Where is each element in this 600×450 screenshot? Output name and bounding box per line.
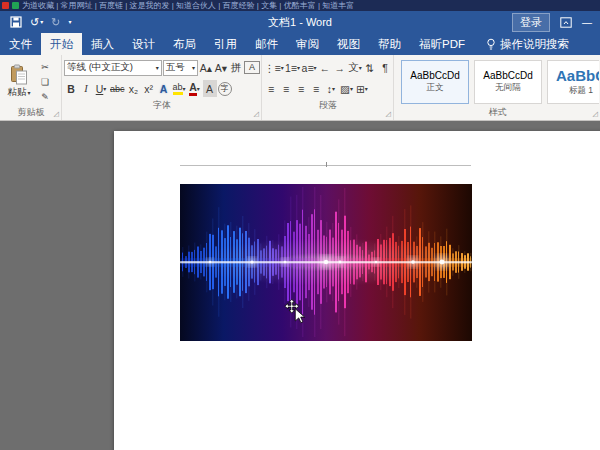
numbering-button[interactable]: 1≡ ▾ [285, 59, 301, 76]
tab-file[interactable]: 文件 [0, 33, 41, 55]
bold-button[interactable]: B [64, 80, 78, 97]
decrease-indent-button[interactable]: ← [318, 59, 332, 76]
ribbon: 粘贴 ▾ ✂ ❏ ✎ 剪贴板 ◿ 等线 (中文正文) ▾ [0, 55, 600, 121]
style-normal[interactable]: AaBbCcDd 正文 [401, 60, 469, 104]
numbering-icon: 1≡ [285, 62, 297, 74]
qat-customize-button[interactable]: ▾ [68, 19, 71, 25]
borders-dropdown-icon: ▾ [365, 86, 368, 92]
style-heading-1-sample: AaBbC [556, 67, 599, 84]
paragraph-group-label: 段落 [264, 99, 392, 113]
paragraph-row-1: ⋮≡ ▾ 1≡ ▾ a≡ ▾ ← → 文 ▾ ⇅ ¶ [264, 57, 392, 78]
show-hide-marks-button[interactable]: ¶ [378, 59, 392, 76]
asian-layout-dropdown-icon: ▾ [359, 65, 362, 71]
multilevel-list-icon: a≡ [302, 62, 314, 74]
increase-indent-button[interactable]: → [333, 59, 347, 76]
tell-me-search[interactable]: 操作说明搜索 [478, 33, 577, 55]
save-button[interactable] [10, 16, 22, 28]
tab-insert[interactable]: 插入 [82, 33, 123, 55]
superscript-button[interactable]: x² [142, 80, 156, 97]
style-normal-name: 正文 [427, 82, 444, 94]
justify-button[interactable]: ≡ [309, 80, 323, 97]
line-spacing-button[interactable]: ↕ ▾ [324, 80, 338, 97]
underline-button[interactable]: U ▾ [94, 80, 108, 97]
format-painter-button[interactable]: ✎ [38, 90, 52, 103]
bullets-button[interactable]: ⋮≡ ▾ [264, 59, 284, 76]
minimize-button[interactable]: — [582, 17, 592, 28]
tab-help[interactable]: 帮助 [369, 33, 410, 55]
bookmark-icon [2, 2, 9, 9]
align-left-button[interactable]: ≡ [264, 80, 278, 97]
character-shading-button[interactable]: A [203, 80, 217, 97]
paragraph-row-2: ≡ ≡ ≡ ≡ ↕ ▾ ▨ ▾ ⊞ ▾ [264, 78, 392, 99]
font-size-select[interactable]: 五号 ▾ [163, 60, 198, 76]
styles-dialog-launcher[interactable]: ◿ [593, 110, 598, 117]
multilevel-list-button[interactable]: a≡ ▾ [301, 59, 317, 76]
undo-dropdown-icon: ▾ [40, 19, 43, 25]
shrink-font-button[interactable]: A▾ [214, 59, 228, 76]
font-dialog-launcher[interactable]: ◿ [254, 110, 259, 117]
style-heading-1[interactable]: AaBbC 标题 1 [547, 60, 599, 104]
strikethrough-button[interactable]: abc [109, 80, 126, 97]
title-bar: ↺ ▾ ↻ ▾ 文档1 - Word 登录 — [0, 11, 600, 33]
waveform-image[interactable] [180, 184, 472, 341]
tab-design[interactable]: 设计 [123, 33, 164, 55]
clipboard-dialog-launcher[interactable]: ◿ [54, 110, 59, 117]
shading-button[interactable]: ▨ ▾ [339, 80, 354, 97]
text-effects-button[interactable]: A [157, 80, 171, 97]
borders-button[interactable]: ⊞ ▾ [355, 80, 369, 97]
document-title: 文档1 - Word [0, 15, 600, 30]
paragraph-group: ⋮≡ ▾ 1≡ ▾ a≡ ▾ ← → 文 ▾ ⇅ ¶ [262, 55, 394, 120]
clipboard-group: 粘贴 ▾ ✂ ❏ ✎ 剪贴板 ◿ [0, 55, 62, 120]
tab-mailings[interactable]: 邮件 [246, 33, 287, 55]
copy-button[interactable]: ❏ [38, 75, 52, 88]
underline-icon: U [96, 83, 104, 95]
style-heading-1-name: 标题 1 [569, 85, 593, 97]
redo-icon: ↻ [51, 16, 60, 29]
titlebar-controls: 登录 — [512, 13, 600, 32]
character-border-button[interactable]: A [244, 61, 260, 74]
styles-gallery: AaBbCcDd 正文 AaBbCcDd 无间隔 AaBbC 标题 1 [396, 57, 599, 106]
undo-icon: ↺ [30, 16, 39, 29]
font-color-dropdown-icon: ▾ [197, 86, 200, 92]
document-area[interactable] [0, 121, 600, 450]
sign-in-button[interactable]: 登录 [512, 13, 550, 32]
ribbon-display-options-button[interactable] [560, 17, 572, 28]
bullets-icon: ⋮≡ [264, 62, 281, 74]
word-window: 为道收藏 | 常用网址 | 百度链 | 这是我的发 | 知道合伙人 | 百度经验… [0, 0, 600, 450]
tab-review[interactable]: 审阅 [287, 33, 328, 55]
italic-button[interactable]: I [79, 80, 93, 97]
bookmarks-text[interactable]: 为道收藏 | 常用网址 | 百度链 | 这是我的发 | 知道合伙人 | 百度经验… [22, 0, 354, 11]
ribbon-tabs: 文件 开始 插入 设计 布局 引用 邮件 审阅 视图 帮助 福昕PDF 操作说明… [0, 33, 600, 55]
line-spacing-dropdown-icon: ▾ [332, 86, 335, 92]
font-name-select[interactable]: 等线 (中文正文) ▾ [64, 60, 162, 76]
paste-icon [10, 64, 28, 85]
font-group-label: 字体 [64, 99, 260, 113]
bookmark-icon-2 [12, 2, 19, 9]
tab-foxit-pdf[interactable]: 福昕PDF [410, 33, 474, 55]
sort-button[interactable]: ⇅ [363, 59, 377, 76]
subscript-button[interactable]: x₂ [127, 80, 141, 97]
asian-layout-icon: 文 [348, 61, 359, 75]
asian-layout-button[interactable]: 文 ▾ [348, 59, 362, 76]
font-color-button[interactable]: A ▾ [188, 80, 202, 97]
phonetic-guide-button[interactable]: 拼 [229, 59, 243, 76]
tab-view[interactable]: 视图 [328, 33, 369, 55]
clipboard-small-buttons: ✂ ❏ ✎ [36, 57, 52, 106]
cut-button[interactable]: ✂ [38, 60, 52, 73]
bullets-dropdown-icon: ▾ [281, 65, 284, 71]
redo-button[interactable]: ↻ [51, 16, 60, 29]
font-name-dropdown-icon: ▾ [156, 65, 159, 71]
tab-references[interactable]: 引用 [205, 33, 246, 55]
highlight-color-button[interactable]: ab ▾ [172, 80, 187, 97]
paragraph-dialog-launcher[interactable]: ◿ [386, 110, 391, 117]
paste-button[interactable]: 粘贴 ▾ [2, 57, 36, 106]
tab-home[interactable]: 开始 [41, 33, 82, 55]
undo-button[interactable]: ↺ ▾ [30, 16, 43, 29]
align-right-button[interactable]: ≡ [294, 80, 308, 97]
grow-font-button[interactable]: A▴ [199, 59, 213, 76]
align-center-button[interactable]: ≡ [279, 80, 293, 97]
style-no-spacing[interactable]: AaBbCcDd 无间隔 [474, 60, 542, 104]
tab-layout[interactable]: 布局 [164, 33, 205, 55]
enclose-characters-button[interactable]: 字 [218, 82, 232, 96]
style-no-spacing-name: 无间隔 [495, 82, 521, 94]
